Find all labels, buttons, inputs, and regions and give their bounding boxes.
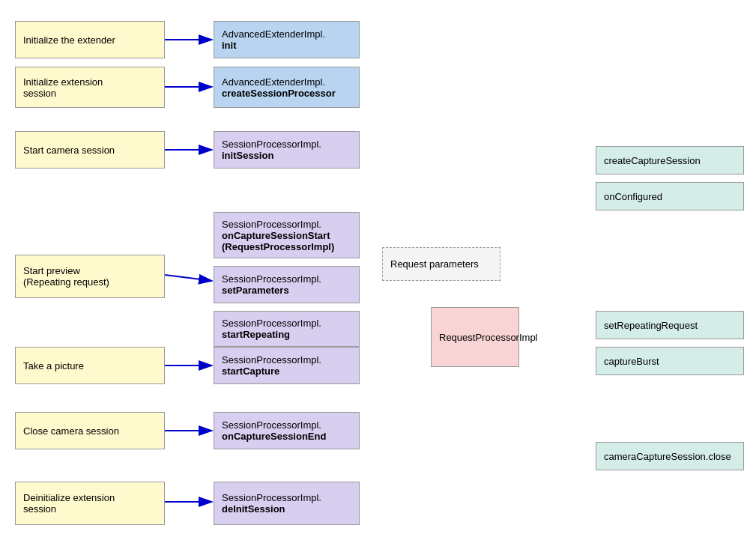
yellow-box-1: Initialize the extender	[15, 21, 165, 58]
purple-label-1b: initSession	[222, 150, 351, 161]
purple-box-7: SessionProcessorImpl. deInitSession	[214, 482, 360, 525]
purple-label-6b: onCaptureSessionEnd	[222, 431, 351, 442]
dashed-box-1: Request parameters	[382, 247, 501, 281]
yellow-box-7: Deinitialize extensionsession	[15, 482, 165, 525]
blue-box-1: AdvancedExtenderImpl. init	[214, 21, 360, 58]
green-label-1: createCaptureSession	[604, 155, 736, 166]
yellow-label-5: Take a picture	[23, 360, 157, 371]
yellow-box-6: Close camera session	[15, 412, 165, 449]
purple-label-5b: startCapture	[222, 366, 351, 377]
yellow-label-7: Deinitialize extensionsession	[23, 492, 157, 515]
dashed-label-1: Request parameters	[390, 258, 492, 270]
green-box-3: setRepeatingRequest	[596, 311, 744, 339]
green-label-2: onConfigured	[604, 191, 736, 202]
purple-box-6: SessionProcessorImpl. onCaptureSessionEn…	[214, 412, 360, 449]
purple-label-5a: SessionProcessorImpl.	[222, 354, 351, 366]
purple-label-7a: SessionProcessorImpl.	[222, 492, 351, 503]
purple-label-4b: startRepeating	[222, 329, 351, 340]
green-box-5: cameraCaptureSession.close	[596, 442, 744, 470]
purple-label-1a: SessionProcessorImpl.	[222, 139, 351, 150]
svg-line-4	[165, 275, 212, 281]
green-label-3: setRepeatingRequest	[604, 320, 736, 331]
purple-label-6a: SessionProcessorImpl.	[222, 419, 351, 431]
yellow-label-1: Initialize the extender	[23, 34, 157, 46]
yellow-label-4: Start preview(Repeating request)	[23, 265, 157, 288]
purple-box-4: SessionProcessorImpl. startRepeating	[214, 311, 360, 347]
purple-label-7b: deInitSession	[222, 503, 351, 515]
purple-label-2a: SessionProcessorImpl.	[222, 219, 351, 230]
diagram: Initialize the extender Initialize exten…	[0, 0, 756, 549]
yellow-box-3: Start camera session	[15, 131, 165, 169]
green-box-4: captureBurst	[596, 347, 744, 375]
purple-box-3: SessionProcessorImpl. setParameters	[214, 266, 360, 303]
purple-label-3b: setParameters	[222, 285, 351, 296]
purple-label-3a: SessionProcessorImpl.	[222, 273, 351, 285]
yellow-box-4: Start preview(Repeating request)	[15, 255, 165, 298]
pink-label-1: RequestProcessorImpl	[439, 332, 511, 343]
yellow-box-5: Take a picture	[15, 347, 165, 384]
yellow-box-2: Initialize extensionsession	[15, 67, 165, 108]
yellow-label-6: Close camera session	[23, 425, 157, 437]
green-label-5: cameraCaptureSession.close	[604, 451, 736, 462]
purple-box-2: SessionProcessorImpl. onCaptureSessionSt…	[214, 212, 360, 258]
purple-label-4a: SessionProcessorImpl.	[222, 318, 351, 329]
blue-label-2a: AdvancedExtenderImpl.	[222, 76, 351, 88]
blue-label-1b: init	[222, 40, 351, 51]
pink-box-1: RequestProcessorImpl	[431, 307, 519, 367]
green-box-2: onConfigured	[596, 182, 744, 210]
yellow-label-3: Start camera session	[23, 145, 157, 156]
purple-box-1: SessionProcessorImpl. initSession	[214, 131, 360, 169]
green-label-4: captureBurst	[604, 356, 736, 367]
blue-label-2b: createSessionProcessor	[222, 88, 351, 99]
yellow-label-2: Initialize extensionsession	[23, 76, 157, 99]
purple-box-5: SessionProcessorImpl. startCapture	[214, 347, 360, 384]
blue-box-2: AdvancedExtenderImpl. createSessionProce…	[214, 67, 360, 108]
blue-label-1a: AdvancedExtenderImpl.	[222, 28, 351, 40]
purple-label-2b: onCaptureSessionStart(RequestProcessorIm…	[222, 230, 351, 252]
green-box-1: createCaptureSession	[596, 146, 744, 175]
